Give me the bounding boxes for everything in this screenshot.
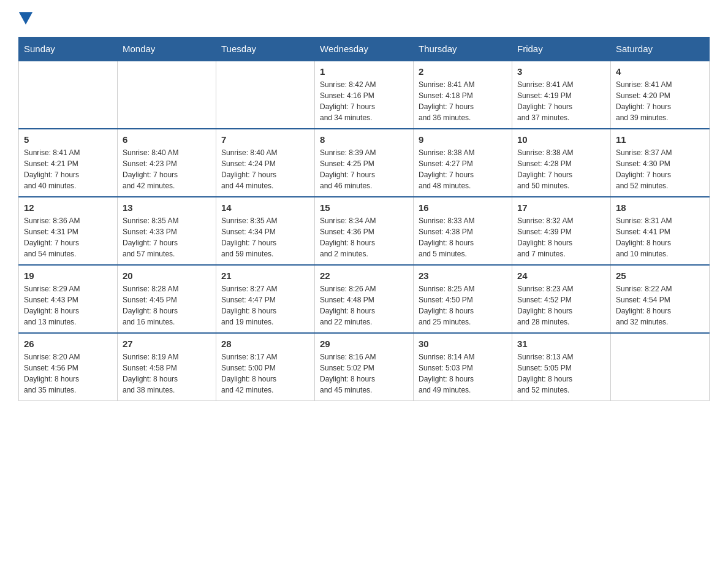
day-info: Sunrise: 8:35 AMSunset: 4:33 PMDaylight:… (123, 215, 211, 259)
day-info: Sunrise: 8:13 AMSunset: 5:05 PMDaylight:… (517, 351, 605, 396)
day-number: 25 (616, 270, 704, 281)
day-number: 18 (616, 202, 704, 213)
day-number: 29 (320, 339, 408, 349)
day-number: 14 (221, 202, 309, 213)
day-info: Sunrise: 8:29 AMSunset: 4:43 PMDaylight:… (24, 283, 112, 327)
calendar-cell: 11Sunrise: 8:37 AMSunset: 4:30 PMDayligh… (611, 129, 710, 197)
calendar-table: SundayMondayTuesdayWednesdayThursdayFrid… (18, 37, 710, 401)
day-number: 23 (419, 270, 507, 281)
calendar-cell: 7Sunrise: 8:40 AMSunset: 4:24 PMDaylight… (216, 129, 315, 197)
day-info: Sunrise: 8:23 AMSunset: 4:52 PMDaylight:… (517, 283, 605, 327)
day-info: Sunrise: 8:42 AMSunset: 4:16 PMDaylight:… (320, 79, 408, 123)
calendar-cell: 1Sunrise: 8:42 AMSunset: 4:16 PMDaylight… (315, 61, 414, 129)
week-row-2: 5Sunrise: 8:41 AMSunset: 4:21 PMDaylight… (19, 129, 710, 197)
calendar-cell: 30Sunrise: 8:14 AMSunset: 5:03 PMDayligh… (414, 333, 512, 401)
page-header (18, 12, 710, 25)
day-info: Sunrise: 8:14 AMSunset: 5:03 PMDaylight:… (419, 351, 507, 396)
day-number: 8 (320, 134, 408, 145)
day-number: 5 (24, 134, 112, 145)
calendar-cell: 5Sunrise: 8:41 AMSunset: 4:21 PMDaylight… (19, 129, 118, 197)
day-info: Sunrise: 8:26 AMSunset: 4:48 PMDaylight:… (320, 283, 408, 327)
day-info: Sunrise: 8:32 AMSunset: 4:39 PMDaylight:… (517, 215, 605, 259)
day-info: Sunrise: 8:27 AMSunset: 4:47 PMDaylight:… (221, 283, 309, 327)
day-info: Sunrise: 8:28 AMSunset: 4:45 PMDaylight:… (123, 283, 211, 327)
day-number: 31 (517, 339, 605, 349)
day-info: Sunrise: 8:20 AMSunset: 4:56 PMDaylight:… (24, 351, 112, 396)
day-info: Sunrise: 8:41 AMSunset: 4:21 PMDaylight:… (24, 147, 112, 191)
calendar-cell: 19Sunrise: 8:29 AMSunset: 4:43 PMDayligh… (19, 265, 118, 333)
column-header-thursday: Thursday (414, 37, 512, 61)
calendar-cell (19, 61, 118, 129)
day-number: 17 (517, 202, 605, 213)
day-info: Sunrise: 8:39 AMSunset: 4:25 PMDaylight:… (320, 147, 408, 191)
day-number: 10 (517, 134, 605, 145)
header-row: SundayMondayTuesdayWednesdayThursdayFrid… (19, 37, 710, 61)
day-info: Sunrise: 8:41 AMSunset: 4:18 PMDaylight:… (419, 79, 507, 123)
day-info: Sunrise: 8:33 AMSunset: 4:38 PMDaylight:… (419, 215, 507, 259)
day-number: 16 (419, 202, 507, 213)
day-number: 19 (24, 270, 112, 281)
calendar-cell: 22Sunrise: 8:26 AMSunset: 4:48 PMDayligh… (315, 265, 414, 333)
calendar-cell: 20Sunrise: 8:28 AMSunset: 4:45 PMDayligh… (118, 265, 216, 333)
week-row-5: 26Sunrise: 8:20 AMSunset: 4:56 PMDayligh… (19, 333, 710, 401)
calendar-cell: 6Sunrise: 8:40 AMSunset: 4:23 PMDaylight… (118, 129, 216, 197)
week-row-4: 19Sunrise: 8:29 AMSunset: 4:43 PMDayligh… (19, 265, 710, 333)
calendar-cell (611, 333, 710, 401)
day-number: 21 (221, 270, 309, 281)
calendar-cell: 25Sunrise: 8:22 AMSunset: 4:54 PMDayligh… (611, 265, 710, 333)
column-header-monday: Monday (118, 37, 216, 61)
calendar-cell: 13Sunrise: 8:35 AMSunset: 4:33 PMDayligh… (118, 197, 216, 265)
calendar-cell: 8Sunrise: 8:39 AMSunset: 4:25 PMDaylight… (315, 129, 414, 197)
column-header-tuesday: Tuesday (216, 37, 315, 61)
day-info: Sunrise: 8:38 AMSunset: 4:27 PMDaylight:… (419, 147, 507, 191)
calendar-cell: 12Sunrise: 8:36 AMSunset: 4:31 PMDayligh… (19, 197, 118, 265)
day-number: 4 (616, 66, 704, 77)
day-number: 2 (419, 66, 507, 77)
svg-marker-0 (19, 12, 32, 25)
column-header-sunday: Sunday (19, 37, 118, 61)
column-header-wednesday: Wednesday (315, 37, 414, 61)
calendar-cell: 24Sunrise: 8:23 AMSunset: 4:52 PMDayligh… (512, 265, 611, 333)
day-number: 12 (24, 202, 112, 213)
column-header-friday: Friday (512, 37, 611, 61)
calendar-cell (118, 61, 216, 129)
day-info: Sunrise: 8:22 AMSunset: 4:54 PMDaylight:… (616, 283, 704, 327)
day-number: 13 (123, 202, 211, 213)
day-info: Sunrise: 8:34 AMSunset: 4:36 PMDaylight:… (320, 215, 408, 259)
calendar-cell (216, 61, 315, 129)
week-row-1: 1Sunrise: 8:42 AMSunset: 4:16 PMDaylight… (19, 61, 710, 129)
calendar-cell: 27Sunrise: 8:19 AMSunset: 4:58 PMDayligh… (118, 333, 216, 401)
day-info: Sunrise: 8:41 AMSunset: 4:20 PMDaylight:… (616, 79, 704, 123)
day-number: 27 (123, 339, 211, 349)
day-number: 15 (320, 202, 408, 213)
day-number: 9 (419, 134, 507, 145)
day-info: Sunrise: 8:40 AMSunset: 4:24 PMDaylight:… (221, 147, 309, 191)
day-number: 30 (419, 339, 507, 349)
calendar-cell: 23Sunrise: 8:25 AMSunset: 4:50 PMDayligh… (414, 265, 512, 333)
calendar-cell: 16Sunrise: 8:33 AMSunset: 4:38 PMDayligh… (414, 197, 512, 265)
calendar-cell: 10Sunrise: 8:38 AMSunset: 4:28 PMDayligh… (512, 129, 611, 197)
calendar-cell: 18Sunrise: 8:31 AMSunset: 4:41 PMDayligh… (611, 197, 710, 265)
day-number: 26 (24, 339, 112, 349)
day-number: 22 (320, 270, 408, 281)
day-info: Sunrise: 8:25 AMSunset: 4:50 PMDaylight:… (419, 283, 507, 327)
day-info: Sunrise: 8:41 AMSunset: 4:19 PMDaylight:… (517, 79, 605, 123)
calendar-cell: 9Sunrise: 8:38 AMSunset: 4:27 PMDaylight… (414, 129, 512, 197)
day-number: 28 (221, 339, 309, 349)
calendar-cell: 21Sunrise: 8:27 AMSunset: 4:47 PMDayligh… (216, 265, 315, 333)
calendar-cell: 29Sunrise: 8:16 AMSunset: 5:02 PMDayligh… (315, 333, 414, 401)
column-header-saturday: Saturday (611, 37, 710, 61)
day-number: 7 (221, 134, 309, 145)
day-info: Sunrise: 8:35 AMSunset: 4:34 PMDaylight:… (221, 215, 309, 259)
logo-triangle-icon (19, 12, 32, 25)
day-info: Sunrise: 8:31 AMSunset: 4:41 PMDaylight:… (616, 215, 704, 259)
day-number: 3 (517, 66, 605, 77)
day-number: 6 (123, 134, 211, 145)
day-info: Sunrise: 8:16 AMSunset: 5:02 PMDaylight:… (320, 351, 408, 396)
day-info: Sunrise: 8:17 AMSunset: 5:00 PMDaylight:… (221, 351, 309, 396)
day-number: 24 (517, 270, 605, 281)
logo (18, 12, 32, 25)
calendar-cell: 4Sunrise: 8:41 AMSunset: 4:20 PMDaylight… (611, 61, 710, 129)
calendar-cell: 15Sunrise: 8:34 AMSunset: 4:36 PMDayligh… (315, 197, 414, 265)
day-number: 11 (616, 134, 704, 145)
